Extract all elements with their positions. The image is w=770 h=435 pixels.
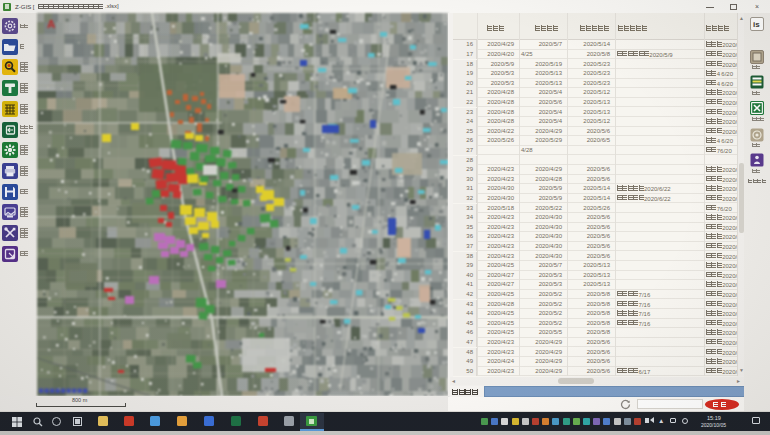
svg-text:A: A	[47, 18, 55, 30]
svg-text:is: is	[753, 20, 760, 29]
